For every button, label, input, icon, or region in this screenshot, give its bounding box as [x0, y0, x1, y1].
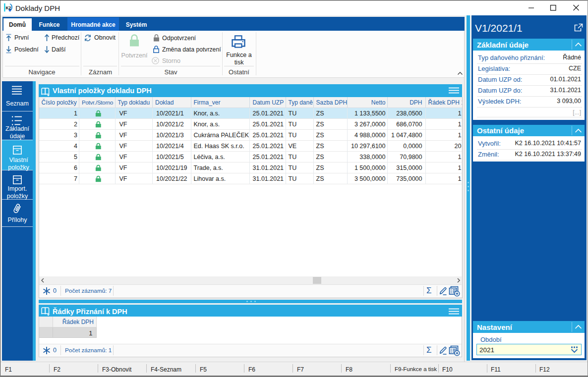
svg-text:K2: K2	[5, 5, 11, 10]
